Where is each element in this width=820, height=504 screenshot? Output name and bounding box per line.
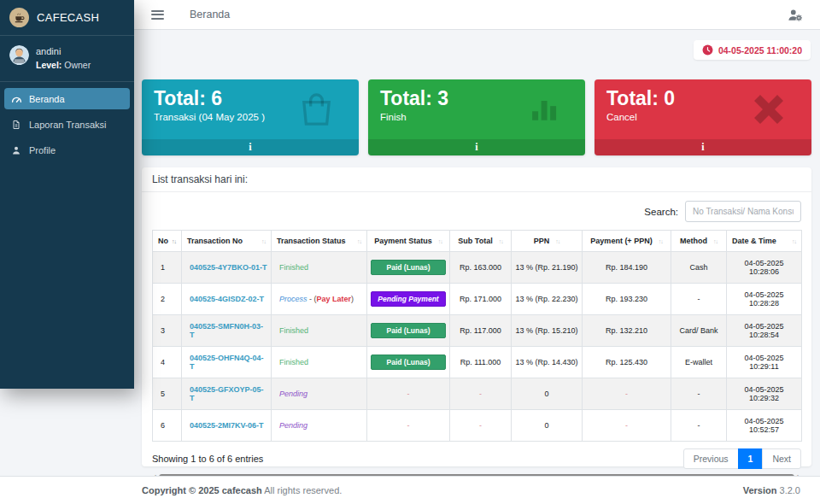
sidebar-item-label: Laporan Transaksi xyxy=(29,120,107,130)
cell-payment-total: Rp. 125.430 xyxy=(583,347,671,378)
clock-icon xyxy=(702,44,713,56)
cell-transaction-no: 040525-GFXOYP-05-T xyxy=(182,378,272,410)
column-header-ppn[interactable]: PPN↑↓ xyxy=(512,231,583,252)
transaction-link[interactable]: 040525-4Y7BKO-01-T xyxy=(190,263,267,272)
column-header-sub-total[interactable]: Sub Total↑↓ xyxy=(450,231,512,252)
cell-transaction-status: Finished xyxy=(272,252,367,284)
coffee-logo-icon xyxy=(9,8,29,27)
sidebar-item-beranda[interactable]: Beranda xyxy=(4,88,130,109)
cell-method: - xyxy=(671,410,727,442)
sort-icon: ↑↓ xyxy=(172,238,176,244)
payment-status-badge: Paid (Lunas) xyxy=(371,355,446,370)
cell-no: 1 xyxy=(153,252,182,284)
cell-payment-status: - xyxy=(367,410,450,442)
transaction-link[interactable]: 040525-2MI7KV-06-T xyxy=(190,421,264,430)
cell-sub-total: Rp. 163.000 xyxy=(450,252,512,284)
cell-sub-total: Rp. 111.000 xyxy=(450,347,512,378)
card-finish: Total: 3 Finish i xyxy=(368,79,585,155)
page-title[interactable]: Beranda xyxy=(190,9,230,21)
page-1-button[interactable]: 1 xyxy=(738,448,764,469)
transaction-link[interactable]: 040525-OHFN4Q-04-T xyxy=(190,354,264,371)
copyright-text: Copyright © 2025 cafecash All rights res… xyxy=(142,485,342,495)
user-settings-icon[interactable] xyxy=(787,9,803,21)
cell-ppn: 13 % (Rp. 14.430) xyxy=(512,347,583,378)
cell-transaction-status: Finished xyxy=(272,315,367,347)
cell-no: 3 xyxy=(153,315,182,347)
entries-info: Showing 1 to 6 of 6 entries xyxy=(152,454,263,464)
sort-icon: ↑↓ xyxy=(659,238,663,244)
sort-icon: ↑↓ xyxy=(261,238,266,244)
table-row: 5040525-GFXOYP-05-TPending--0--04-05-202… xyxy=(153,378,802,410)
sort-icon: ↑↓ xyxy=(357,238,361,244)
sort-icon: ↑↓ xyxy=(499,238,503,244)
card-info-link[interactable]: i xyxy=(368,139,585,155)
table-row: 1040525-4Y7BKO-01-TFinishedPaid (Lunas)R… xyxy=(153,252,802,284)
table-row: 4040525-OHFN4Q-04-TFinishedPaid (Lunas)R… xyxy=(153,347,802,378)
cell-payment-total: Rp. 184.190 xyxy=(583,252,671,284)
shopping-bag-icon xyxy=(296,89,337,132)
cell-method: Card/ Bank xyxy=(671,315,727,347)
table-header-row: No↑↓ Transaction No↑↓ Transaction Status… xyxy=(153,231,802,252)
avatar xyxy=(9,45,29,65)
user-level: Level: Owner xyxy=(36,60,91,70)
previous-page-button[interactable]: Previous xyxy=(683,448,739,469)
cell-payment-total: - xyxy=(583,410,671,442)
column-header-transaction-no[interactable]: Transaction No↑↓ xyxy=(182,231,272,252)
column-header-transaction-status[interactable]: Transaction Status↑↓ xyxy=(272,231,367,252)
column-header-payment-status[interactable]: Payment Status↑↓ xyxy=(367,231,450,252)
search-label: Search: xyxy=(644,207,678,217)
menu-toggle-icon[interactable] xyxy=(151,8,164,21)
cell-payment-total: Rp. 193.230 xyxy=(583,284,671,315)
cell-transaction-no: 040525-SMFN0H-03-T xyxy=(182,315,272,347)
column-header-no[interactable]: No↑↓ xyxy=(153,231,182,252)
cell-method: E-wallet xyxy=(671,347,727,378)
card-info-link[interactable]: i xyxy=(594,139,811,155)
cell-datetime: 04-05-2025 10:29:11 xyxy=(727,347,802,378)
cell-payment-status: Paid (Lunas) xyxy=(367,347,450,378)
datetime-text: 04-05-2025 11:00:20 xyxy=(718,45,802,56)
cell-transaction-no: 040525-2MI7KV-06-T xyxy=(182,410,272,442)
column-header-date-time[interactable]: Date & Time↑↓ xyxy=(727,231,802,252)
cell-transaction-status: Pending xyxy=(272,410,367,442)
sort-icon: ↑↓ xyxy=(792,238,796,244)
brand-title: CAFECASH xyxy=(37,11,99,24)
user-name[interactable]: andini xyxy=(36,46,91,56)
transactions-tbody: 1040525-4Y7BKO-01-TFinishedPaid (Lunas)R… xyxy=(153,252,802,442)
cell-method: Cash xyxy=(671,252,727,284)
search-input[interactable] xyxy=(685,201,801,222)
cell-no: 4 xyxy=(153,347,182,378)
cell-ppn: 13 % (Rp. 22.230) xyxy=(512,284,583,315)
sort-icon: ↑↓ xyxy=(555,238,559,244)
transaction-link[interactable]: 040525-SMFN0H-03-T xyxy=(190,322,263,339)
cell-payment-total: Rp. 132.210 xyxy=(583,315,671,347)
cell-transaction-status: Pending xyxy=(272,378,367,410)
cell-datetime: 04-05-2025 10:28:54 xyxy=(727,315,802,347)
brand[interactable]: CAFECASH xyxy=(0,0,134,36)
cell-datetime: 04-05-2025 10:29:32 xyxy=(727,378,802,410)
cell-ppn: 0 xyxy=(512,410,583,442)
payment-status-badge: Pending Payment xyxy=(371,291,446,307)
sidebar-item-profile[interactable]: Profile xyxy=(4,139,130,161)
transaction-link[interactable]: 040525-GFXOYP-05-T xyxy=(190,385,264,402)
cell-datetime: 04-05-2025 10:28:06 xyxy=(727,252,802,284)
panel-title: List transaksi hari ini: xyxy=(142,167,811,192)
card-cancel: Total: 0 Cancel i xyxy=(594,79,811,155)
pagination: Previous 1 Next xyxy=(683,448,801,469)
transactions-table: No↑↓ Transaction No↑↓ Transaction Status… xyxy=(152,230,802,442)
payment-status-badge: Paid (Lunas) xyxy=(371,260,446,275)
cell-datetime: 04-05-2025 10:52:57 xyxy=(727,410,802,442)
cell-ppn: 0 xyxy=(512,378,583,410)
next-page-button[interactable]: Next xyxy=(762,448,801,469)
sidebar-item-laporan-transaksi[interactable]: Laporan Transaksi xyxy=(4,114,130,135)
cell-no: 2 xyxy=(153,284,182,315)
column-header-payment-ppn[interactable]: Payment (+ PPN)↑↓ xyxy=(583,231,671,252)
cell-transaction-no: 040525-4Y7BKO-01-T xyxy=(182,252,272,284)
cell-transaction-no: 040525-OHFN4Q-04-T xyxy=(182,347,272,378)
sidebar-menu: Beranda Laporan Transaksi Profile xyxy=(0,82,134,171)
sidebar-item-label: Profile xyxy=(29,145,56,155)
cell-transaction-status: Process - (Pay Later) xyxy=(272,284,367,315)
card-info-link[interactable]: i xyxy=(142,139,359,155)
column-header-method[interactable]: Method↑↓ xyxy=(671,231,727,252)
transaction-link[interactable]: 040525-4GISDZ-02-T xyxy=(190,295,264,303)
sidebar-item-label: Beranda xyxy=(29,94,65,104)
